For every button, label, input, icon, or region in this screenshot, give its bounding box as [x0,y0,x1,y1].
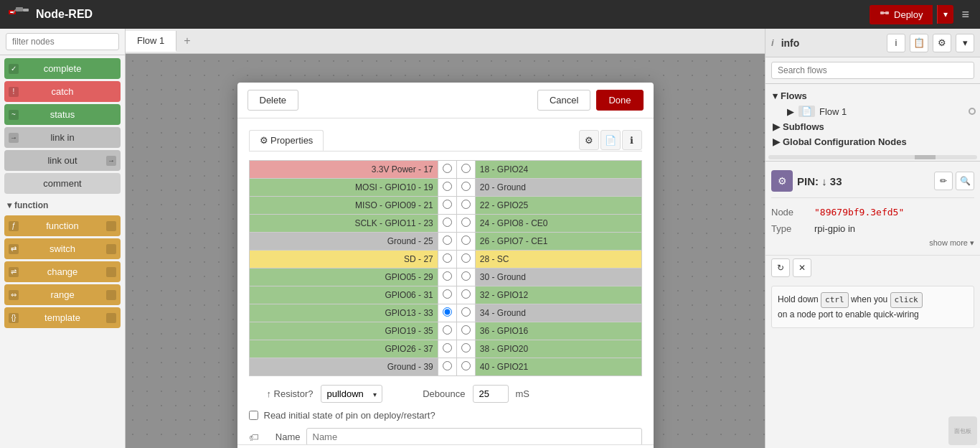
tab-properties[interactable]: ⚙ Properties [249,130,324,151]
pin-left-radio[interactable] [438,179,456,197]
tab-icon-doc[interactable]: 📄 [600,130,621,150]
read-initial-label: Read initial state of pin on deploy/rest… [264,410,435,421]
node-item-complete[interactable]: ✓ complete [4,58,121,79]
gpio-pin-row: MOSI - GPIO10 - 19 20 - Ground [249,179,641,197]
pin-right-label: 22 - GPIO25 [475,197,641,215]
node-item-link-in[interactable]: → link in [4,127,121,148]
pin-left-radio[interactable] [438,322,456,340]
info-tab-config-btn[interactable]: ⚙ [933,34,951,52]
pin-left-radio[interactable] [438,286,456,304]
global-config-section-label[interactable]: ▶ Global Configuration Nodes [768,134,977,149]
tree-item-flow1[interactable]: ▶ 📄 Flow 1 [768,103,977,119]
resistor-select[interactable]: pulldown pullup none [321,385,382,403]
pin-left-radio[interactable] [438,197,456,215]
info-panel-collapse-btn[interactable]: ▾ [956,34,974,52]
node-item-range[interactable]: ⇔ range [4,284,121,305]
pin-left-radio[interactable] [438,251,456,269]
pin-right-radio[interactable] [456,233,475,251]
top-nodes-section: ✓ complete ! catch ~ status → link in li… [0,55,125,196]
read-initial-checkbox[interactable] [249,411,258,420]
info-scrollbar[interactable] [768,155,977,159]
node-item-link-out[interactable]: link out → [4,150,121,171]
node-item-status[interactable]: ~ status [4,104,121,125]
pin-right-label: 18 - GPIO24 [475,161,641,179]
pin-left-label: Ground - 25 [249,233,438,251]
help-text-3: on a node port to enable quick-wiring [778,309,919,319]
read-initial-row: Read initial state of pin on deploy/rest… [249,410,642,421]
topbar: Node-RED Deploy ▾ ≡ [0,0,980,29]
tab-add-button[interactable]: + [176,30,197,52]
pin-right-radio[interactable] [456,304,475,322]
node-item-change[interactable]: ⇌ change [4,261,121,282]
pin-left-radio[interactable] [438,233,456,251]
node-item-function[interactable]: ƒ function [4,215,121,236]
node-id-label: Node [771,207,814,218]
modal-footer: Enabled [237,444,654,448]
info-refresh-btn[interactable]: ↻ [771,258,790,277]
section-collapse-icon: ▾ [7,200,11,210]
node-type-row: Type rpi-gpio in [771,220,974,237]
gpio-pin-row: Ground - 39 40 - GPIO21 [249,358,641,376]
node-left-port: ⇌ [9,267,19,277]
pin-left-radio[interactable] [438,358,456,376]
pin-left-label: GPIO26 - 37 [249,340,438,358]
info-panel-title: info [781,37,882,49]
node-left-port: ⇔ [9,290,19,300]
node-detail-search-btn[interactable]: 🔍 [956,172,974,190]
pin-right-radio[interactable] [456,340,475,358]
section-function-label[interactable]: ▾ function [0,196,125,213]
tab-icon-settings[interactable]: ⚙ [579,130,599,150]
info-close-btn[interactable]: ✕ [793,258,811,277]
pin-right-label: 32 - GPIO12 [475,286,641,304]
deploy-dropdown-button[interactable]: ▾ [937,5,953,24]
pin-right-radio[interactable] [456,322,475,340]
pin-left-label: GPIO06 - 31 [249,286,438,304]
node-detail-edit-btn[interactable]: ✏ [934,172,953,190]
pin-right-radio[interactable] [456,161,475,179]
node-id-value: "89679bf9.3efd5" [814,207,904,218]
pin-left-radio[interactable] [438,340,456,358]
node-label: catch [51,86,73,97]
watermark-area: 面包板 [765,414,980,448]
pin-right-radio[interactable] [456,358,475,376]
hamburger-menu-icon[interactable]: ≡ [958,4,973,26]
node-item-comment[interactable]: comment [4,173,121,194]
node-item-switch[interactable]: ⇄ switch [4,238,121,259]
show-more-link[interactable]: show more ▾ [771,237,974,249]
flows-section-label[interactable]: ▾ Flows [768,88,977,103]
pin-right-radio[interactable] [456,215,475,233]
debounce-input[interactable] [473,385,509,403]
done-button[interactable]: Done [596,90,643,111]
node-left-port: ~ [9,110,19,120]
pin-left-radio[interactable] [438,269,456,286]
pin-right-radio[interactable] [456,286,475,304]
pin-right-radio[interactable] [456,251,475,269]
deploy-button[interactable]: Deploy [870,5,933,24]
subflows-section-label[interactable]: ▶ Subflows [768,119,977,134]
delete-button[interactable]: Delete [248,90,299,111]
node-label: status [50,109,75,120]
node-item-template[interactable]: {} template [4,307,121,328]
pin-right-radio[interactable] [456,269,475,286]
pin-left-radio[interactable] [438,215,456,233]
cancel-button[interactable]: Cancel [537,90,590,111]
info-tab-edit-btn[interactable]: 📋 [910,34,928,52]
subflows-label: Subflows [783,121,824,132]
node-type-value: rpi-gpio in [814,223,855,234]
node-label: template [44,312,80,323]
info-tab-info-btn[interactable]: i [887,34,905,52]
pin-right-radio[interactable] [456,197,475,215]
node-right-port: → [106,156,116,166]
pin-left-radio[interactable] [438,304,456,322]
filter-nodes-input[interactable] [6,33,119,50]
node-label: switch [50,243,75,254]
pin-right-radio[interactable] [456,179,475,197]
flows-label: Flows [781,90,807,101]
node-item-catch[interactable]: ! catch [4,81,121,102]
tab-flow1[interactable]: Flow 1 [126,31,176,52]
name-input[interactable] [306,428,642,444]
canvas-content[interactable]: ⚙ PIN: ↓ 33 0 ⚙ Delete Cancel [126,54,765,448]
pin-left-radio[interactable] [438,161,456,179]
info-search-input[interactable] [771,62,974,79]
tab-icon-info[interactable]: ℹ [622,130,642,150]
